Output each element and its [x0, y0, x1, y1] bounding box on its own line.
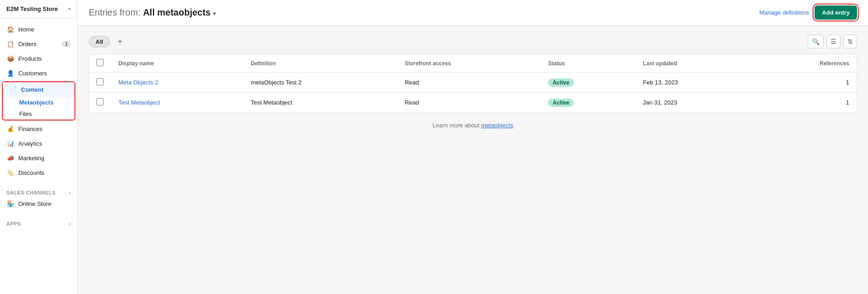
sidebar-item-customers-label: Customers [18, 70, 47, 77]
table-row: Test Metaobject Test Metaobject Read Act… [89, 93, 857, 113]
sidebar-item-orders-label: Orders [18, 41, 37, 47]
sidebar-item-discounts[interactable]: 🏷️ Discounts [0, 165, 77, 180]
sidebar-subitem-files[interactable]: Files [3, 108, 75, 120]
store-selector[interactable]: E2M Testing Store ▾ [0, 0, 77, 18]
orders-icon: 📋 [6, 40, 15, 48]
page-title-value: All metaobjects [143, 7, 211, 17]
filter-button[interactable]: ☰ [826, 35, 841, 48]
store-chevron-icon: ▾ [68, 6, 71, 12]
col-status: Status [541, 54, 635, 73]
topbar: Entries from: All metaobjects ▾ Manage d… [78, 0, 868, 26]
sort-button[interactable]: ⇅ [843, 35, 857, 48]
filter-tab-all[interactable]: All [89, 36, 110, 47]
sidebar-item-customers[interactable]: 👤 Customers [0, 66, 77, 80]
apps-section: Apps › [0, 215, 77, 231]
learn-more-link[interactable]: metaobjects [481, 122, 513, 129]
sort-icon: ⇅ [847, 38, 853, 45]
sales-channels-label: Sales channels › [0, 187, 77, 196]
cell-last-updated-0: Feb 13, 2023 [636, 73, 753, 93]
select-all-checkbox[interactable] [96, 59, 104, 66]
online-store-label: Online Store [18, 200, 51, 207]
cell-storefront-access-1: Read [397, 93, 541, 113]
content-section-highlight: 📄 Content Metaobjects Files [2, 81, 75, 121]
sidebar-item-analytics[interactable]: 📊 Analytics [0, 136, 77, 151]
discounts-icon: 🏷️ [6, 168, 15, 177]
orders-badge: 1 [62, 41, 71, 47]
cell-display-name-1: Test Metaobject [111, 93, 244, 113]
add-filter-button[interactable]: + [114, 35, 127, 48]
sidebar-item-content-label: Content [21, 86, 43, 93]
table-header-row: Display name Definition Storefront acces… [89, 54, 857, 73]
sidebar-item-orders[interactable]: 📋 Orders 1 [0, 37, 77, 51]
sidebar-item-content[interactable]: 📄 Content [3, 82, 75, 97]
files-label: Files [19, 110, 32, 117]
sidebar-item-home-label: Home [18, 26, 34, 33]
metaobjects-label: Metaobjects [19, 99, 53, 106]
products-icon: 📦 [6, 54, 15, 63]
cell-references-1: 1 [752, 93, 857, 113]
sidebar-item-products[interactable]: 📦 Products [0, 51, 77, 66]
cell-display-name-0: Meta Objects 2 [111, 73, 244, 93]
sidebar: E2M Testing Store ▾ 🏠 Home 📋 Orders 1 📦 … [0, 0, 78, 294]
sales-channels-expand-icon[interactable]: › [69, 190, 71, 195]
customers-icon: 👤 [6, 69, 15, 77]
main-content: Entries from: All metaobjects ▾ Manage d… [78, 0, 868, 294]
manage-definitions-link[interactable]: Manage definitions [759, 9, 809, 16]
sidebar-item-marketing-label: Marketing [18, 155, 44, 162]
page-title-prefix: Entries from: [89, 7, 143, 17]
status-badge-1: Active [548, 99, 574, 107]
status-badge-0: Active [548, 79, 574, 87]
sidebar-item-analytics-label: Analytics [18, 140, 42, 147]
metaobjects-table: Display name Definition Storefront acces… [89, 54, 857, 113]
col-references: References [752, 54, 857, 73]
content-icon: 📄 [9, 85, 17, 94]
sidebar-item-home[interactable]: 🏠 Home [0, 22, 77, 37]
apps-expand-icon[interactable]: › [69, 221, 71, 226]
header-checkbox-col [89, 54, 111, 73]
cell-references-0: 1 [752, 73, 857, 93]
sidebar-subitem-metaobjects[interactable]: Metaobjects [3, 97, 75, 108]
cell-definition-1: Test Metaobject [244, 93, 398, 113]
sidebar-item-discounts-label: Discounts [18, 169, 44, 176]
cell-storefront-access-0: Read [397, 73, 541, 93]
page-title: Entries from: All metaobjects ▾ [89, 7, 216, 18]
col-storefront-access: Storefront access [397, 54, 541, 73]
marketing-icon: 📣 [6, 154, 15, 162]
sidebar-item-online-store[interactable]: 🏪 Online Store [0, 196, 77, 211]
topbar-left: Entries from: All metaobjects ▾ [89, 7, 216, 18]
filter-actions: 🔍 ☰ ⇅ [808, 35, 857, 48]
sidebar-item-marketing[interactable]: 📣 Marketing [0, 151, 77, 165]
display-name-link-1[interactable]: Test Metaobject [118, 99, 160, 106]
col-display-name: Display name [111, 54, 244, 73]
cell-status-1: Active [541, 93, 635, 113]
apps-section-label: Apps › [0, 218, 77, 227]
table-row: Meta Objects 2 metaObjects Test 2 Read A… [89, 73, 857, 93]
page-title-dropdown-icon[interactable]: ▾ [213, 10, 216, 17]
home-icon: 🏠 [6, 25, 15, 33]
cell-status-0: Active [541, 73, 635, 93]
filter-bar: All + 🔍 ☰ ⇅ [89, 35, 857, 48]
main-nav: 🏠 Home 📋 Orders 1 📦 Products 👤 Customers… [0, 18, 77, 184]
search-button[interactable]: 🔍 [808, 35, 824, 48]
sidebar-item-finances-label: Finances [18, 126, 43, 132]
cell-definition-0: metaObjects Test 2 [244, 73, 398, 93]
store-name: E2M Testing Store [6, 5, 58, 12]
row-checkbox-cell [89, 93, 111, 113]
search-icon: 🔍 [812, 38, 820, 45]
cell-last-updated-1: Jan 31, 2023 [636, 93, 753, 113]
sidebar-item-products-label: Products [18, 55, 42, 62]
add-entry-button[interactable]: Add entry [815, 5, 857, 20]
col-last-updated: Last updated [636, 54, 753, 73]
online-store-icon: 🏪 [6, 200, 15, 208]
sidebar-item-finances[interactable]: 💰 Finances [0, 121, 77, 136]
display-name-link-0[interactable]: Meta Objects 2 [118, 79, 158, 86]
row-checkbox-1[interactable] [96, 98, 104, 105]
col-definition: Definition [244, 54, 398, 73]
learn-more-section: Learn more about metaobjects [89, 113, 857, 138]
row-checkbox-0[interactable] [96, 78, 104, 85]
filter-icon: ☰ [831, 38, 836, 45]
row-checkbox-cell [89, 73, 111, 93]
topbar-right: Manage definitions Add entry [759, 5, 857, 20]
content-area: All + 🔍 ☰ ⇅ [78, 26, 868, 294]
analytics-icon: 📊 [6, 139, 15, 147]
